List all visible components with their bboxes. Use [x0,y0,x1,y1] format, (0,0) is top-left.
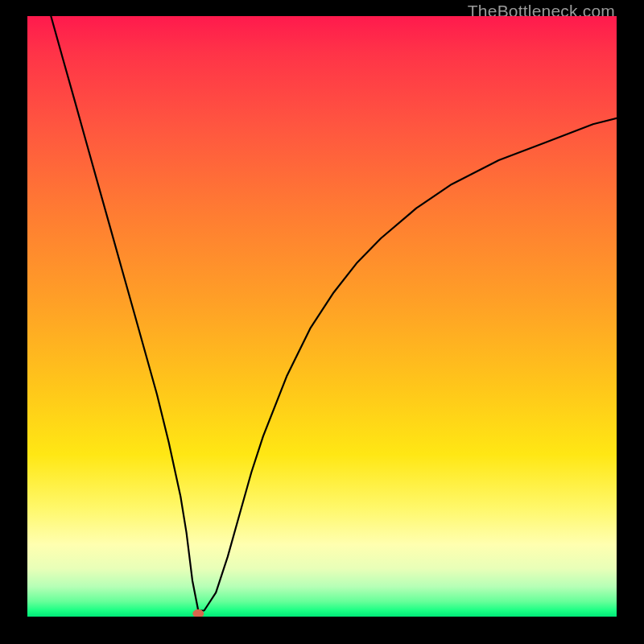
chart-frame: TheBottleneck.com [0,0,644,644]
bottleneck-curve [51,16,617,611]
minimum-marker [193,609,204,617]
curve-layer [27,16,617,617]
plot-area [27,16,617,617]
